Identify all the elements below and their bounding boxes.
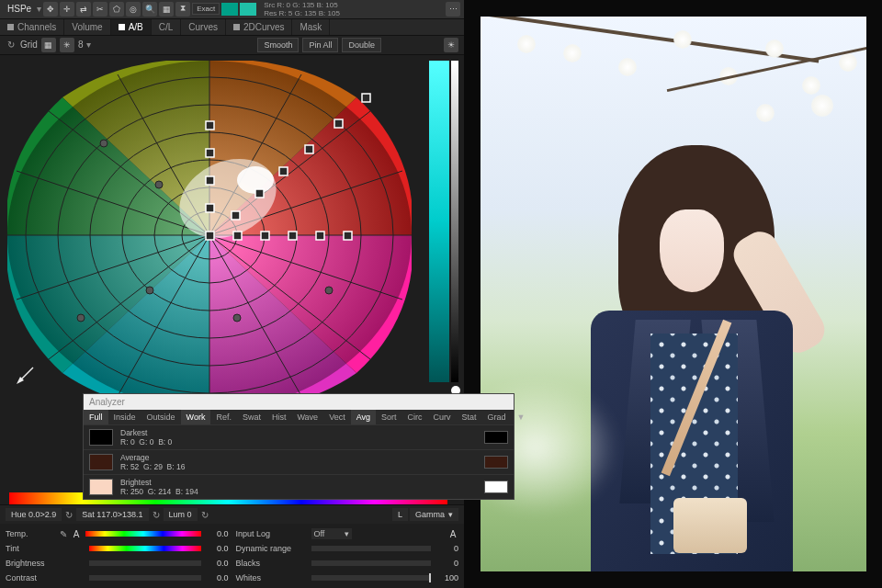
an-tab-outside[interactable]: Outside xyxy=(141,410,181,424)
pinall-button[interactable]: Pin All xyxy=(302,38,338,52)
sliders-right-col: Input Log Off▾ A Dynamic range 0 Blacks … xyxy=(236,527,459,584)
chevron-down-icon[interactable]: ▾ xyxy=(86,40,91,50)
cut-icon[interactable]: ✂ xyxy=(93,2,107,17)
temp-value[interactable]: 0.0 xyxy=(205,529,229,538)
readout-bar: Hue 0.0>2.9 ↻ Sat 117.0>138.1 ↻ Lum 0 ↻ … xyxy=(0,504,464,524)
whites-value[interactable]: 100 xyxy=(435,573,458,582)
whites-label: Whites xyxy=(236,573,308,582)
darkest-swatch[interactable] xyxy=(89,429,113,446)
blacks-slider[interactable] xyxy=(311,560,432,566)
double-button[interactable]: Double xyxy=(342,38,381,52)
tint-value[interactable]: 0.0 xyxy=(205,544,229,553)
tab-volume[interactable]: Volume xyxy=(64,19,110,35)
grid-toggle-icon[interactable]: ▦ xyxy=(41,38,56,52)
svg-rect-36 xyxy=(279,167,288,175)
move-icon[interactable]: ✥ xyxy=(43,2,58,17)
eyedropper-icon[interactable]: ✎ xyxy=(60,529,67,539)
main-tabs: Channels Volume A/B C/L Curves 2DCurves … xyxy=(0,19,464,37)
brightness-slider[interactable] xyxy=(89,560,201,566)
brightness-value[interactable]: 0.0 xyxy=(205,559,229,568)
close-icon[interactable]: ⋯ xyxy=(446,2,460,17)
gamma-select[interactable]: Gamma ▾ xyxy=(410,508,458,521)
crosshair-icon[interactable]: ✛ xyxy=(60,2,74,17)
brightest-swatch2[interactable] xyxy=(484,481,508,493)
blacks-label: Blacks xyxy=(236,559,308,568)
temp-slider[interactable] xyxy=(85,531,201,537)
contrast-slider[interactable] xyxy=(89,575,201,581)
an-tab-stat[interactable]: Stat xyxy=(457,410,482,424)
color-spider-wheel[interactable] xyxy=(7,61,412,410)
an-tab-work[interactable]: Work xyxy=(181,410,211,424)
svg-rect-32 xyxy=(288,232,297,240)
saturation-bar[interactable] xyxy=(429,61,449,382)
an-tab-circ[interactable]: Circ xyxy=(402,410,428,424)
svg-rect-28 xyxy=(206,149,214,157)
grid-label[interactable]: Grid xyxy=(20,40,38,50)
reset-lum-icon[interactable]: ↻ xyxy=(199,509,210,520)
color-wheel-area xyxy=(0,55,464,389)
tab-mask[interactable]: Mask xyxy=(292,19,330,35)
an-tab-grad[interactable]: Grad xyxy=(482,410,512,424)
reset-icon[interactable]: ↻ xyxy=(6,40,17,51)
an-tab-sort[interactable]: Sort xyxy=(376,410,402,424)
reset-sat-icon[interactable]: ↻ xyxy=(151,509,162,520)
tab-channels[interactable]: Channels xyxy=(0,19,64,35)
right-a-toggle[interactable]: A xyxy=(447,529,458,539)
smooth-button[interactable]: Smooth xyxy=(257,38,299,52)
an-tab-wave[interactable]: Wave xyxy=(291,410,323,424)
analyzer-title[interactable]: Analyzer xyxy=(84,394,514,410)
an-tab-vect[interactable]: Vect xyxy=(323,410,351,424)
grid-icon[interactable]: ▦ xyxy=(159,2,174,17)
tint-slider[interactable] xyxy=(89,546,201,551)
an-tab-inside[interactable]: Inside xyxy=(108,410,141,424)
tab-ab[interactable]: A/B xyxy=(111,19,152,35)
svg-rect-25 xyxy=(206,232,214,240)
sun-icon[interactable]: ☀ xyxy=(444,38,458,52)
average-swatch2[interactable] xyxy=(484,456,508,469)
tab-2dcurves[interactable]: 2DCurves xyxy=(226,19,292,35)
blacks-value[interactable]: 0 xyxy=(435,559,458,568)
analyzer-tabs: Full Inside Outside Work Ref. Swat Hist … xyxy=(84,410,514,424)
svg-point-43 xyxy=(233,314,241,322)
an-tab-avg[interactable]: Avg xyxy=(351,410,376,424)
svg-rect-39 xyxy=(362,94,370,102)
an-tab-swat[interactable]: Swat xyxy=(237,410,266,424)
search-icon[interactable]: 🔍 xyxy=(142,2,157,17)
tab-curves[interactable]: Curves xyxy=(181,19,226,35)
brightest-swatch[interactable] xyxy=(89,479,113,495)
swatch-1[interactable] xyxy=(221,3,238,16)
average-swatch[interactable] xyxy=(89,454,113,470)
svg-rect-27 xyxy=(206,176,214,185)
an-tab-curv[interactable]: Curv xyxy=(428,410,457,424)
chevron-down-icon[interactable]: ▾ xyxy=(37,4,41,14)
pentagon-icon[interactable]: ⬠ xyxy=(109,2,124,17)
svg-point-46 xyxy=(155,181,163,188)
analyzer-panel: Analyzer Full Inside Outside Work Ref. S… xyxy=(83,393,514,500)
tab-cl[interactable]: C/L xyxy=(152,19,182,35)
rings-value[interactable]: 8 xyxy=(78,40,84,50)
left-a-toggle[interactable]: A xyxy=(71,529,82,539)
dynrange-slider[interactable] xyxy=(311,546,432,551)
dynrange-value[interactable]: 0 xyxy=(435,544,458,553)
contrast-value[interactable]: 0.0 xyxy=(205,573,229,582)
preview-image[interactable] xyxy=(481,17,866,571)
an-tab-ref[interactable]: Ref. xyxy=(210,410,237,424)
snap-icon[interactable]: ✳ xyxy=(60,38,74,52)
hourglass-icon[interactable]: ⧗ xyxy=(175,2,190,17)
swatch-2[interactable] xyxy=(240,3,256,16)
target-icon[interactable]: ◎ xyxy=(126,2,141,17)
sat-readout: Sat 117.0>138.1 xyxy=(76,508,148,521)
darkest-swatch2[interactable] xyxy=(484,431,508,444)
an-tab-full[interactable]: Full xyxy=(84,410,108,424)
an-tab-hist[interactable]: Hist xyxy=(266,410,292,424)
analyzer-row-darkest: DarkestR: 0 G: 0 B: 0 xyxy=(84,424,514,449)
colorspace-label[interactable]: HSPe xyxy=(4,4,35,14)
lightness-bar[interactable] xyxy=(451,61,458,382)
an-tab-more-icon[interactable]: ▼ xyxy=(512,410,531,424)
swap-icon[interactable]: ⇄ xyxy=(76,2,91,17)
lum-readout: Lum 0 xyxy=(164,508,198,521)
whites-slider[interactable] xyxy=(311,575,432,581)
reset-hue-icon[interactable]: ↻ xyxy=(63,509,74,520)
inputlog-select[interactable]: Off▾ xyxy=(311,528,352,539)
exact-button[interactable]: Exact xyxy=(192,3,220,15)
